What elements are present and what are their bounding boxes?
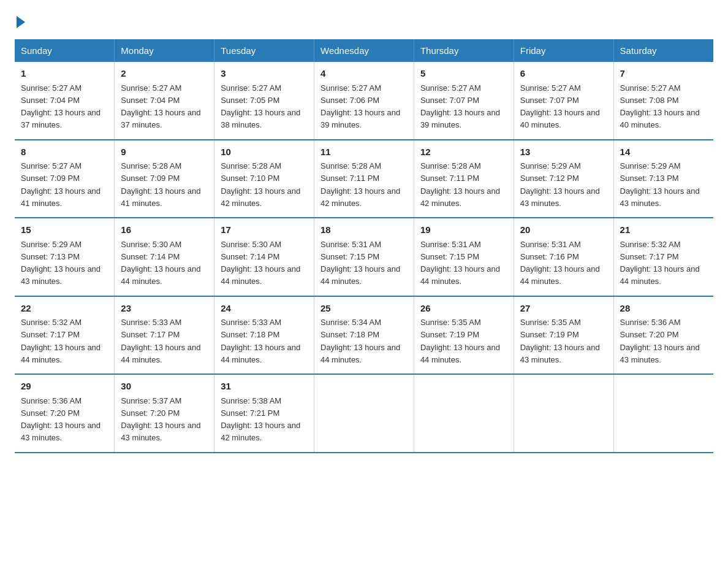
weekday-header-tuesday: Tuesday [214,39,314,62]
day-info: Sunrise: 5:30 AMSunset: 7:14 PMDaylight:… [221,240,300,286]
calendar-cell: 28Sunrise: 5:36 AMSunset: 7:20 PMDayligh… [613,296,713,375]
calendar-cell: 5Sunrise: 5:27 AMSunset: 7:07 PMDaylight… [414,62,514,140]
day-info: Sunrise: 5:29 AMSunset: 7:12 PMDaylight:… [520,161,600,208]
day-number: 11 [320,145,408,159]
day-info: Sunrise: 5:37 AMSunset: 7:20 PMDaylight:… [121,396,200,443]
calendar-cell: 27Sunrise: 5:35 AMSunset: 7:19 PMDayligh… [514,296,613,375]
day-number: 28 [620,302,707,316]
calendar-week-row: 29Sunrise: 5:36 AMSunset: 7:20 PMDayligh… [15,374,713,453]
day-info: Sunrise: 5:29 AMSunset: 7:13 PMDaylight:… [620,161,700,208]
calendar-cell: 21Sunrise: 5:32 AMSunset: 7:17 PMDayligh… [613,218,713,296]
day-number: 31 [221,380,308,394]
day-number: 26 [420,302,507,316]
calendar-cell: 17Sunrise: 5:30 AMSunset: 7:14 PMDayligh… [214,218,314,296]
day-info: Sunrise: 5:38 AMSunset: 7:21 PMDaylight:… [221,396,300,443]
calendar-cell: 22Sunrise: 5:32 AMSunset: 7:17 PMDayligh… [15,296,115,375]
day-info: Sunrise: 5:32 AMSunset: 7:17 PMDaylight:… [620,240,700,286]
day-info: Sunrise: 5:28 AMSunset: 7:10 PMDaylight:… [221,161,300,208]
day-number: 20 [520,223,607,237]
calendar-week-row: 8Sunrise: 5:27 AMSunset: 7:09 PMDaylight… [15,140,713,218]
page-header [15,15,713,28]
day-number: 18 [320,223,408,237]
weekday-header-friday: Friday [514,39,613,62]
day-info: Sunrise: 5:27 AMSunset: 7:04 PMDaylight:… [21,83,100,130]
day-number: 13 [520,145,607,159]
logo [15,15,25,28]
day-info: Sunrise: 5:27 AMSunset: 7:08 PMDaylight:… [620,83,700,130]
calendar-cell: 10Sunrise: 5:28 AMSunset: 7:10 PMDayligh… [214,140,314,218]
calendar-header-row: SundayMondayTuesdayWednesdayThursdayFrid… [15,39,713,62]
calendar-cell: 26Sunrise: 5:35 AMSunset: 7:19 PMDayligh… [414,296,514,375]
day-number: 5 [420,67,507,81]
calendar-cell [414,374,514,453]
day-info: Sunrise: 5:32 AMSunset: 7:17 PMDaylight:… [21,318,100,364]
day-info: Sunrise: 5:34 AMSunset: 7:18 PMDaylight:… [320,318,400,364]
day-info: Sunrise: 5:27 AMSunset: 7:07 PMDaylight:… [520,83,600,130]
day-info: Sunrise: 5:28 AMSunset: 7:11 PMDaylight:… [320,161,400,208]
day-number: 7 [620,67,707,81]
day-info: Sunrise: 5:29 AMSunset: 7:13 PMDaylight:… [21,240,100,286]
logo-arrow-icon [17,16,25,28]
day-info: Sunrise: 5:33 AMSunset: 7:18 PMDaylight:… [221,318,300,364]
day-info: Sunrise: 5:27 AMSunset: 7:06 PMDaylight:… [320,83,400,130]
day-info: Sunrise: 5:31 AMSunset: 7:15 PMDaylight:… [320,240,400,286]
calendar-cell: 29Sunrise: 5:36 AMSunset: 7:20 PMDayligh… [15,374,115,453]
day-number: 4 [320,67,408,81]
day-number: 3 [221,67,308,81]
calendar-cell: 3Sunrise: 5:27 AMSunset: 7:05 PMDaylight… [214,62,314,140]
calendar-cell: 12Sunrise: 5:28 AMSunset: 7:11 PMDayligh… [414,140,514,218]
day-number: 23 [121,302,208,316]
day-number: 19 [420,223,507,237]
day-number: 17 [221,223,308,237]
day-info: Sunrise: 5:35 AMSunset: 7:19 PMDaylight:… [520,318,600,364]
calendar-cell: 16Sunrise: 5:30 AMSunset: 7:14 PMDayligh… [115,218,214,296]
calendar-cell: 13Sunrise: 5:29 AMSunset: 7:12 PMDayligh… [514,140,613,218]
calendar-cell: 23Sunrise: 5:33 AMSunset: 7:17 PMDayligh… [115,296,214,375]
weekday-header-saturday: Saturday [613,39,713,62]
calendar-cell: 14Sunrise: 5:29 AMSunset: 7:13 PMDayligh… [613,140,713,218]
day-number: 10 [221,145,308,159]
calendar-cell: 2Sunrise: 5:27 AMSunset: 7:04 PMDaylight… [115,62,214,140]
day-number: 12 [420,145,507,159]
weekday-header-sunday: Sunday [15,39,115,62]
calendar-week-row: 22Sunrise: 5:32 AMSunset: 7:17 PMDayligh… [15,296,713,375]
calendar-cell: 25Sunrise: 5:34 AMSunset: 7:18 PMDayligh… [314,296,414,375]
day-info: Sunrise: 5:31 AMSunset: 7:15 PMDaylight:… [420,240,500,286]
day-info: Sunrise: 5:27 AMSunset: 7:04 PMDaylight:… [121,83,200,130]
day-number: 24 [221,302,308,316]
weekday-header-monday: Monday [115,39,214,62]
day-number: 6 [520,67,607,81]
calendar-cell: 7Sunrise: 5:27 AMSunset: 7:08 PMDaylight… [613,62,713,140]
day-number: 2 [121,67,208,81]
weekday-header-wednesday: Wednesday [314,39,414,62]
day-info: Sunrise: 5:31 AMSunset: 7:16 PMDaylight:… [520,240,600,286]
calendar-cell: 8Sunrise: 5:27 AMSunset: 7:09 PMDaylight… [15,140,115,218]
calendar-cell: 9Sunrise: 5:28 AMSunset: 7:09 PMDaylight… [115,140,214,218]
calendar-cell: 1Sunrise: 5:27 AMSunset: 7:04 PMDaylight… [15,62,115,140]
day-info: Sunrise: 5:30 AMSunset: 7:14 PMDaylight:… [121,240,200,286]
calendar-week-row: 15Sunrise: 5:29 AMSunset: 7:13 PMDayligh… [15,218,713,296]
day-info: Sunrise: 5:35 AMSunset: 7:19 PMDaylight:… [420,318,500,364]
day-info: Sunrise: 5:28 AMSunset: 7:09 PMDaylight:… [121,161,200,208]
calendar-cell: 24Sunrise: 5:33 AMSunset: 7:18 PMDayligh… [214,296,314,375]
weekday-header-thursday: Thursday [414,39,514,62]
day-number: 27 [520,302,607,316]
calendar-week-row: 1Sunrise: 5:27 AMSunset: 7:04 PMDaylight… [15,62,713,140]
calendar-cell: 30Sunrise: 5:37 AMSunset: 7:20 PMDayligh… [115,374,214,453]
calendar-cell [314,374,414,453]
calendar-cell: 6Sunrise: 5:27 AMSunset: 7:07 PMDaylight… [514,62,613,140]
calendar-cell [514,374,613,453]
calendar-cell: 31Sunrise: 5:38 AMSunset: 7:21 PMDayligh… [214,374,314,453]
day-info: Sunrise: 5:27 AMSunset: 7:09 PMDaylight:… [21,161,100,208]
calendar-cell [613,374,713,453]
day-number: 1 [21,67,108,81]
calendar-cell: 18Sunrise: 5:31 AMSunset: 7:15 PMDayligh… [314,218,414,296]
day-info: Sunrise: 5:33 AMSunset: 7:17 PMDaylight:… [121,318,200,364]
calendar-cell: 4Sunrise: 5:27 AMSunset: 7:06 PMDaylight… [314,62,414,140]
day-number: 29 [21,380,108,394]
day-info: Sunrise: 5:28 AMSunset: 7:11 PMDaylight:… [420,161,500,208]
calendar-cell: 19Sunrise: 5:31 AMSunset: 7:15 PMDayligh… [414,218,514,296]
day-info: Sunrise: 5:27 AMSunset: 7:07 PMDaylight:… [420,83,500,130]
calendar-cell: 20Sunrise: 5:31 AMSunset: 7:16 PMDayligh… [514,218,613,296]
day-info: Sunrise: 5:27 AMSunset: 7:05 PMDaylight:… [221,83,300,130]
